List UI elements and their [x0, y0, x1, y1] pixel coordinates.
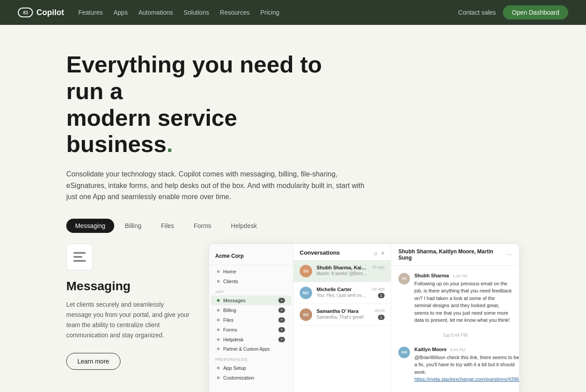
- logo-icon: (C): [18, 8, 33, 17]
- sidebar-item-billing[interactable]: Billing +: [211, 305, 291, 315]
- sidebar-label-partner-apps: Partner & Custom Apps: [223, 347, 270, 352]
- sidebar-label-clients: Clients: [223, 279, 238, 284]
- chat-messages: SS Shubh Sharma 1:34 PM Following up on …: [391, 266, 519, 392]
- sidebar-item-app-setup[interactable]: App Setup: [211, 363, 291, 373]
- sidebar-item-files[interactable]: Files +: [211, 315, 291, 325]
- hero-title: Everything you need to run a modern serv…: [66, 52, 333, 158]
- sidebar-nav: Home Clients App Messages +: [209, 267, 293, 392]
- main-content: Everything you need to run a modern serv…: [48, 25, 538, 392]
- tab-forms[interactable]: Forms: [185, 219, 221, 233]
- sidebar-item-messages[interactable]: Messages +: [211, 296, 291, 305]
- sidebar-item-clients[interactable]: Clients: [211, 276, 291, 286]
- sidebar-section-preferences: Preferences: [209, 354, 293, 363]
- feature-title: Messaging: [66, 279, 191, 293]
- sidebar-item-forms[interactable]: Forms +: [211, 325, 291, 335]
- conv-content-1: Michelle Carter You: Hey, I just sent ov…: [317, 287, 367, 298]
- conv-item-2[interactable]: SO Samantha O' Hara Samantha: That's gre…: [293, 304, 391, 326]
- app-sidebar: Acme Corp Home Clients App: [209, 244, 293, 392]
- nav-apps[interactable]: Apps: [113, 9, 128, 16]
- sidebar-dot-billing: [217, 309, 220, 312]
- navbar: (C) Copilot Features Apps Automations So…: [0, 0, 586, 25]
- sidebar-item-customization[interactable]: Customization: [211, 373, 291, 383]
- tab-messaging[interactable]: Messaging: [66, 219, 114, 233]
- contact-sales-link[interactable]: Contact sales: [458, 9, 496, 16]
- conv-list-title: Conversations: [300, 249, 340, 256]
- conv-name-1: Michelle Carter: [317, 287, 367, 292]
- conv-avatar-2: SO: [300, 308, 312, 321]
- sidebar-dot-home: [217, 270, 220, 273]
- sidebar-label-home: Home: [223, 269, 236, 274]
- conv-meta-0: 2h ago: [372, 265, 385, 269]
- chat-divider-0: Sat 8:44 PM: [398, 333, 512, 338]
- sidebar-dot-customization: [217, 376, 220, 379]
- feature-detail-panel: Messaging Let clients securely and seaml…: [66, 244, 191, 370]
- chat-header: Shubh Sharma, Kaitlyn Moore, Martin Sung…: [391, 244, 519, 266]
- compose-icon[interactable]: +: [381, 249, 385, 256]
- conv-badge-1: 1: [378, 293, 385, 298]
- feature-icon: [73, 252, 86, 262]
- conv-meta-1: 1w ago 1: [372, 287, 385, 298]
- chat-header-menu-icon[interactable]: ···: [506, 251, 512, 259]
- open-dashboard-button[interactable]: Open Dashboard: [503, 5, 568, 20]
- conversation-list: Conversations ⌕ + SS Shubh Sharma, Kaitl…: [293, 244, 391, 392]
- nav-pricing[interactable]: Pricing: [261, 9, 280, 16]
- nav-features[interactable]: Features: [78, 9, 103, 16]
- nav-automations[interactable]: Automations: [138, 9, 173, 16]
- conv-meta-2: 09:09 1: [374, 308, 385, 320]
- app-screenshot: Acme Corp Home Clients App: [209, 244, 520, 392]
- learn-more-button[interactable]: Learn more: [66, 353, 120, 370]
- sidebar-label-forms: Forms: [223, 327, 237, 332]
- conv-item-1[interactable]: MC Michelle Carter You: Hey, I just sent…: [293, 282, 391, 304]
- sidebar-label-customization: Customization: [223, 375, 254, 380]
- nav-resources[interactable]: Resources: [220, 9, 250, 16]
- app-brand: Acme Corp: [209, 249, 293, 265]
- chat-msg-text-shubh: Following up on your previous email on t…: [414, 280, 512, 324]
- tab-billing[interactable]: Billing: [116, 219, 150, 233]
- sidebar-dot-partner-apps: [217, 348, 220, 350]
- sidebar-dot-clients: [217, 280, 220, 283]
- chat-link-stackexchange[interactable]: https://meta.stackexchange.com/questions…: [414, 376, 519, 382]
- app-sidebar-inner: Acme Corp Home Clients App: [209, 249, 293, 392]
- sidebar-item-helpdesk[interactable]: Helpdesk +: [211, 335, 291, 344]
- conv-avatar-0: SS: [300, 265, 312, 277]
- chat-avatar-shubh: SS: [398, 273, 410, 284]
- search-icon[interactable]: ⌕: [374, 249, 377, 256]
- nav-links: Features Apps Automations Solutions Reso…: [78, 9, 444, 16]
- chat-msg-header-kaitlyn: Kaitlyn Moore 8:44 PM: [414, 347, 519, 352]
- feature-icon-box: [66, 244, 93, 270]
- sidebar-label-helpdesk: Helpdesk: [223, 337, 244, 342]
- sidebar-section-app: App: [209, 286, 293, 296]
- conv-badge-2: 1: [378, 315, 385, 320]
- icon-line-2: [73, 256, 82, 258]
- chat-header-title: Shubh Sharma, Kaitlyn Moore, Martin Sung: [398, 248, 506, 261]
- app-inner: Acme Corp Home Clients App: [209, 244, 519, 392]
- conv-preview-1: You: Hey, I just sent over the final des…: [317, 293, 367, 298]
- sidebar-item-partner-apps[interactable]: Partner & Custom Apps: [211, 344, 291, 354]
- conv-item-0[interactable]: SS Shubh Sharma, Kaitlyn Moore, Marti...…: [293, 260, 391, 282]
- sidebar-badge-messages: +: [278, 298, 285, 303]
- conv-preview-2: Samantha: That's great!: [317, 315, 370, 320]
- content-area: Messaging Let clients securely and seaml…: [66, 244, 520, 392]
- sidebar-label-billing: Billing: [223, 308, 236, 313]
- sidebar-label-files: Files: [223, 317, 233, 323]
- icon-line-3: [73, 260, 86, 262]
- conv-time-2: 09:09: [374, 308, 385, 313]
- tab-helpdesk[interactable]: Helpdesk: [222, 219, 265, 233]
- conv-content-0: Shubh Sharma, Kaitlyn Moore, Marti... Ma…: [317, 265, 368, 276]
- sidebar-badge-forms: +: [278, 327, 285, 332]
- feature-description: Let clients securely and seamlessly mess…: [66, 300, 191, 340]
- logo[interactable]: (C) Copilot: [18, 8, 64, 17]
- sidebar-dot-helpdesk: [217, 338, 220, 341]
- tab-files[interactable]: Files: [152, 219, 183, 233]
- sidebar-label-app-setup: App Setup: [223, 365, 246, 371]
- nav-solutions[interactable]: Solutions: [184, 9, 209, 16]
- chat-msg-text-kaitlyn: @BrianWilson check this link, there seem…: [414, 354, 519, 383]
- sidebar-item-home[interactable]: Home: [211, 267, 291, 276]
- chat-area: Shubh Sharma, Kaitlyn Moore, Martin Sung…: [391, 244, 519, 392]
- conv-avatar-1: MC: [300, 287, 312, 299]
- sidebar-badge-files: +: [278, 317, 285, 323]
- chat-body-shubh: Shubh Sharma 1:34 PM Following up on you…: [414, 273, 512, 324]
- feature-tabs: Messaging Billing Files Forms Helpdesk: [66, 219, 520, 233]
- chat-msg-name-kaitlyn: Kaitlyn Moore: [414, 347, 447, 352]
- sidebar-dot-app-setup: [217, 367, 220, 369]
